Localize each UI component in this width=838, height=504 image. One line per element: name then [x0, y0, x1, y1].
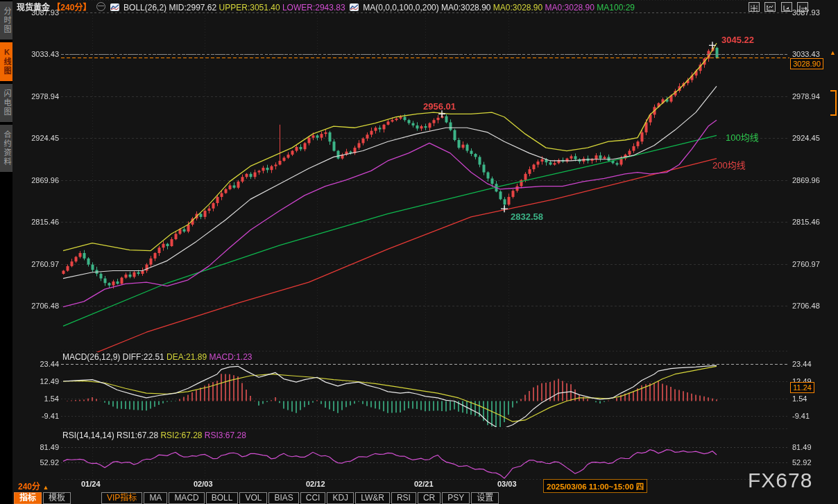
date-tick-4: 03/03: [497, 480, 517, 488]
macd-current-tag: 11.24: [790, 382, 814, 393]
rsi-axis-left-1: 52.92: [23, 458, 59, 467]
period-text: 240分: [18, 482, 40, 492]
rsi-axis-right-0: 81.49: [792, 443, 812, 451]
sidebar-tab-2[interactable]: K线图: [0, 42, 12, 81]
ma0-magenta: MA0:3028.90: [545, 3, 595, 12]
toolbar-button-指标[interactable]: 指标: [14, 492, 42, 504]
toolbar-button-PSY[interactable]: PSY: [442, 492, 470, 504]
boll-label: BOLL(26,2): [123, 3, 166, 12]
indicator-toolbar: 指标模板VIP指标MAMACDBOLLVOLBIASCCIKDJLW&RRSIC…: [14, 492, 500, 504]
macd-diff: DIFF:22.51: [123, 352, 164, 362]
chart-header: 现货黄金 【240分】 BOLL(26,2) MID:2997.62 UPPER…: [17, 2, 635, 12]
price-axis-right-4: 2869.96: [792, 176, 820, 184]
axis-drag-handle[interactable]: [830, 90, 837, 116]
toolbar-button-BOLL[interactable]: BOLL: [206, 492, 239, 504]
price-axis-left-5: 2815.46: [23, 218, 59, 226]
price-axis-left-3: 2924.45: [23, 134, 59, 142]
rsi-header: RSI(14,14,14) RSI1:67.28 RSI2:67.28 RSI3…: [62, 431, 246, 440]
macd-dea: DEA:21.89: [166, 352, 207, 362]
rsi-label: RSI(14,14,14): [62, 431, 114, 440]
axis-zoom-out-icon[interactable]: [781, 2, 792, 12]
macd-axis-right-2: 1.54: [792, 394, 807, 403]
toolbar-button-BIAS[interactable]: BIAS: [268, 492, 298, 504]
toolbar-button-KDJ[interactable]: KDJ: [327, 492, 354, 504]
toolbar-button-VOL[interactable]: VOL: [239, 492, 267, 504]
period-up-arrow-icon: ▲: [42, 484, 49, 491]
toolbar-button-MA[interactable]: MA: [144, 492, 167, 504]
price-axis-left-2: 2978.94: [23, 92, 59, 101]
minus-circle-icon[interactable]: [96, 2, 105, 11]
price-axis-right-5: 2815.46: [792, 218, 820, 226]
swing-low-label: 2832.58: [511, 211, 543, 222]
sidebar-tab-4[interactable]: 合约资料: [0, 125, 12, 172]
macd-axis-left-3: -9.41: [23, 412, 59, 420]
price-axis-left-7: 2706.48: [23, 302, 59, 310]
price-axis-right-6: 2760.97: [792, 260, 820, 268]
ma-indicator-icon[interactable]: [350, 3, 359, 11]
watermark: FX678: [748, 469, 812, 492]
toolbar-button-模板[interactable]: 模板: [43, 492, 71, 504]
ma100-line-label: 100均线: [726, 130, 759, 144]
rsi2-value: RSI2:67.28: [160, 431, 202, 440]
sidebar: 分时图K线图闪电图合约资料: [0, 0, 12, 504]
sidebar-tab-1[interactable]: 分时图: [0, 1, 12, 40]
toolbar-button-LW&R[interactable]: LW&R: [355, 492, 390, 504]
boll-indicator-icon[interactable]: [110, 3, 119, 11]
toolbar-button-设置[interactable]: 设置: [471, 492, 499, 504]
price-axis-right-2: 2978.94: [792, 92, 820, 101]
macd-axis-left-0: 23.44: [23, 360, 59, 368]
date-tick-2: 02/12: [306, 480, 325, 488]
rsi1-value: RSI1:67.28: [117, 431, 158, 440]
rsi-axis-right-1: 52.92: [792, 458, 812, 467]
toolbar-button-VIP指标[interactable]: VIP指标: [101, 492, 142, 504]
price-axis-right-3: 2924.45: [792, 134, 820, 142]
macd-label: MACD(26,12,9): [62, 352, 120, 362]
macd-axis-right-3: -9.41: [792, 412, 810, 420]
current-price-tag: 3028.90: [790, 58, 823, 69]
macd-axis-left-1: 12.49: [23, 377, 59, 385]
current-bar-datetime: 2025/03/06 11:00~15:00 四: [543, 479, 647, 493]
rsi3-value: RSI3:67.28: [205, 431, 246, 440]
macd-value: MACD:1.23: [209, 352, 252, 362]
toolbar-button-CCI[interactable]: CCI: [300, 492, 326, 504]
ma200-line-label: 200均线: [712, 158, 746, 171]
price-axis-left-0: 3087.93: [23, 8, 59, 17]
boll-upper: UPPER:3051.40: [219, 3, 280, 12]
macd-axis-right-0: 23.44: [792, 360, 812, 368]
chart-canvas[interactable]: [0, 0, 838, 504]
toolbar-button-CR[interactable]: CR: [418, 492, 441, 504]
price-axis-right-7: 2706.48: [792, 302, 820, 310]
date-tick-1: 02/03: [194, 480, 213, 488]
crosshair-icon[interactable]: [749, 2, 760, 12]
ma100-green: MA100:29: [597, 3, 635, 12]
toolbar-button-RSI[interactable]: RSI: [391, 492, 416, 504]
macd-axis-left-2: 1.54: [23, 394, 59, 403]
ma0-yellow: MA0:3028.90: [493, 3, 542, 12]
toolbar-button-MACD[interactable]: MACD: [169, 492, 204, 504]
ma0-white: MA0:3028.90: [441, 3, 490, 12]
period-selector[interactable]: 240分 ▲: [18, 480, 49, 492]
high-price-label: 3045.22: [721, 35, 754, 45]
sidebar-tab-3[interactable]: 闪电图: [0, 84, 12, 122]
price-axis-left-4: 2869.96: [23, 176, 59, 184]
date-tick-0: 01/24: [81, 480, 101, 488]
ma-label: MA(0,0,0,100,0,200): [363, 3, 438, 12]
price-axis-right-1: 3033.43: [792, 50, 820, 58]
date-tick-3: 02/21: [414, 480, 434, 488]
price-axis-left-6: 2760.97: [23, 260, 59, 268]
boll-mid: MID:2997.62: [169, 3, 216, 12]
boll-lower: LOWER:2943.83: [282, 3, 345, 12]
axis-zoom-in-icon[interactable]: [764, 2, 776, 12]
price-axis-left-1: 3033.43: [23, 50, 59, 58]
macd-header: MACD(26,12,9) DIFF:22.51 DEA:21.89 MACD:…: [62, 352, 253, 362]
latest-price-arrow-icon[interactable]: ▲: [830, 49, 836, 56]
rsi-axis-left-0: 81.49: [23, 443, 59, 451]
price-axis-right-0: 3087.93: [792, 8, 820, 17]
chart-window: 分时图K线图闪电图合约资料 现货黄金 【240分】 BOLL(26,2) MID…: [0, 0, 838, 504]
swing-high-label: 2956.01: [423, 101, 456, 112]
